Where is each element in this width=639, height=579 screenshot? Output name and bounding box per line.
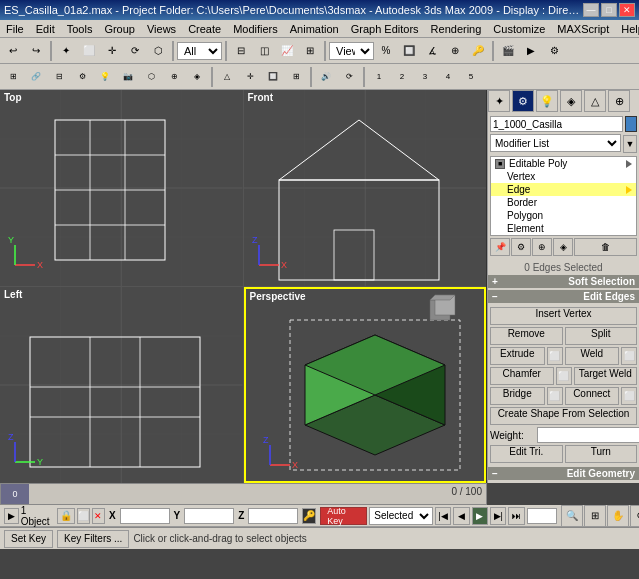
- go-end-btn[interactable]: ⏭: [508, 507, 524, 525]
- chamfer-options-btn[interactable]: ⬜: [556, 367, 572, 385]
- modifier-vertex[interactable]: Vertex: [491, 170, 636, 183]
- next-frame-btn[interactable]: ▶|: [490, 507, 506, 525]
- split-button[interactable]: Split: [565, 327, 638, 345]
- panel-tab-utilities[interactable]: ⊕: [608, 90, 630, 112]
- tb2-btn4[interactable]: ⚙: [71, 66, 93, 88]
- schematic-btn[interactable]: ⊞: [299, 40, 321, 62]
- render-settings-btn[interactable]: ⚙: [543, 40, 565, 62]
- tb2-btn14[interactable]: 🔊: [315, 66, 337, 88]
- tb2-btn15[interactable]: ⟳: [338, 66, 360, 88]
- zoom-btn[interactable]: 🔍: [561, 505, 583, 527]
- menu-tools[interactable]: Tools: [61, 20, 99, 37]
- select-move-btn[interactable]: ✛: [101, 40, 123, 62]
- stack-config-btn[interactable]: ⚙: [511, 238, 531, 256]
- select-filter-dropdown[interactable]: All: [177, 42, 222, 60]
- align-btn[interactable]: ◫: [253, 40, 275, 62]
- tb2-btn3[interactable]: ⊟: [48, 66, 70, 88]
- edit-geometry-header[interactable]: − Edit Geometry: [488, 467, 639, 480]
- target-weld-button[interactable]: Target Weld: [574, 367, 638, 385]
- tb2-btn12[interactable]: 🔲: [262, 66, 284, 88]
- menu-help[interactable]: Help: [615, 20, 639, 37]
- weight-input[interactable]: [537, 427, 639, 443]
- key-mode-btn[interactable]: 🔑: [467, 40, 489, 62]
- stack-paste-btn[interactable]: ◈: [553, 238, 573, 256]
- scale-btn[interactable]: ⬡: [147, 40, 169, 62]
- tb2-btn19[interactable]: 4: [437, 66, 459, 88]
- pan-btn[interactable]: ✋: [607, 505, 629, 527]
- viewport-left[interactable]: Left Y Z: [0, 287, 243, 483]
- select-region-btn[interactable]: ⬜: [78, 40, 100, 62]
- stack-remove-btn[interactable]: 🗑: [574, 238, 637, 256]
- modifier-polygon[interactable]: Polygon: [491, 209, 636, 222]
- lock-button[interactable]: 🔒: [57, 508, 75, 524]
- insert-vertex-button[interactable]: Insert Vertex: [490, 307, 637, 325]
- key-filters-button[interactable]: Key Filters ...: [57, 530, 129, 548]
- key-lock-btn[interactable]: 🔑: [302, 508, 316, 524]
- x-input[interactable]: [120, 508, 170, 524]
- bridge-options-btn[interactable]: ⬜: [547, 387, 563, 405]
- modifier-border[interactable]: Border: [491, 196, 636, 209]
- tb2-btn5[interactable]: 💡: [94, 66, 116, 88]
- percent-btn[interactable]: %: [375, 40, 397, 62]
- modifier-edge[interactable]: Edge: [491, 183, 636, 196]
- menu-animation[interactable]: Animation: [284, 20, 345, 37]
- weld-options-btn[interactable]: ⬜: [621, 347, 637, 365]
- spinner-snap-btn[interactable]: ⊕: [444, 40, 466, 62]
- remove-button[interactable]: Remove: [490, 327, 563, 345]
- curve-editor-btn[interactable]: 📈: [276, 40, 298, 62]
- tb2-btn20[interactable]: 5: [460, 66, 482, 88]
- edit-tris-button[interactable]: Edit Tri.: [490, 445, 563, 463]
- tb2-btn17[interactable]: 2: [391, 66, 413, 88]
- tb2-btn2[interactable]: 🔗: [25, 66, 47, 88]
- modifier-editable-poly[interactable]: ■ Editable Poly: [491, 157, 636, 170]
- minimize-button[interactable]: —: [583, 3, 599, 17]
- maximize-button[interactable]: □: [601, 3, 617, 17]
- close-button[interactable]: ✕: [619, 3, 635, 17]
- play-btn[interactable]: ▶: [472, 507, 488, 525]
- tb2-btn13[interactable]: ⊞: [285, 66, 307, 88]
- select-by-name-btn[interactable]: ⬜: [77, 508, 90, 524]
- tb2-btn9[interactable]: ◈: [186, 66, 208, 88]
- connect-button[interactable]: Connect: [565, 387, 620, 405]
- modifier-list-expand[interactable]: ▼: [623, 135, 637, 153]
- extrude-button[interactable]: Extrude: [490, 347, 545, 365]
- menu-file[interactable]: File: [0, 20, 30, 37]
- viewport-perspective[interactable]: Perspective: [244, 287, 487, 483]
- connect-options-btn[interactable]: ⬜: [621, 387, 637, 405]
- panel-tab-modify[interactable]: ⚙: [512, 90, 534, 112]
- delete-btn[interactable]: ✕: [92, 508, 105, 524]
- object-name-input[interactable]: [490, 116, 623, 132]
- zoom-all-btn[interactable]: ⊞: [584, 505, 606, 527]
- y-input[interactable]: [184, 508, 234, 524]
- stack-copy-btn[interactable]: ⊕: [532, 238, 552, 256]
- menu-edit[interactable]: Edit: [30, 20, 61, 37]
- prev-frame-btn[interactable]: ◀: [453, 507, 469, 525]
- tb2-btn8[interactable]: ⊕: [163, 66, 185, 88]
- tb2-btn10[interactable]: △: [216, 66, 238, 88]
- viewport-front[interactable]: Front X Z: [244, 90, 487, 286]
- view-dropdown[interactable]: View: [329, 42, 374, 60]
- set-key-button[interactable]: Set Key: [4, 530, 53, 548]
- panel-tab-hierarchy[interactable]: 💡: [536, 90, 558, 112]
- panel-tab-display[interactable]: △: [584, 90, 606, 112]
- create-shape-button[interactable]: Create Shape From Selection: [490, 407, 637, 425]
- object-color-swatch[interactable]: [625, 116, 637, 132]
- angle-snap-btn[interactable]: ∡: [421, 40, 443, 62]
- tb2-btn18[interactable]: 3: [414, 66, 436, 88]
- tb2-btn11[interactable]: ✛: [239, 66, 261, 88]
- menu-create[interactable]: Create: [182, 20, 227, 37]
- frame-input[interactable]: [527, 508, 557, 524]
- menu-modifiers[interactable]: Modifiers: [227, 20, 284, 37]
- chamfer-button[interactable]: Chamfer: [490, 367, 554, 385]
- quick-render-btn[interactable]: ▶: [520, 40, 542, 62]
- soft-selection-header[interactable]: + Soft Selection: [488, 275, 639, 288]
- viewport-top[interactable]: Top X: [0, 90, 243, 286]
- select-icon[interactable]: ▶: [4, 508, 19, 524]
- turn-button[interactable]: Turn: [565, 445, 638, 463]
- modifier-element[interactable]: Element: [491, 222, 636, 235]
- modifier-list-dropdown[interactable]: Modifier List: [490, 134, 621, 152]
- extrude-options-btn[interactable]: ⬜: [547, 347, 563, 365]
- arc-rotate-btn[interactable]: ⟳: [630, 505, 639, 527]
- undo-button[interactable]: ↩: [2, 40, 24, 62]
- auto-key-button[interactable]: Auto Key: [320, 507, 367, 525]
